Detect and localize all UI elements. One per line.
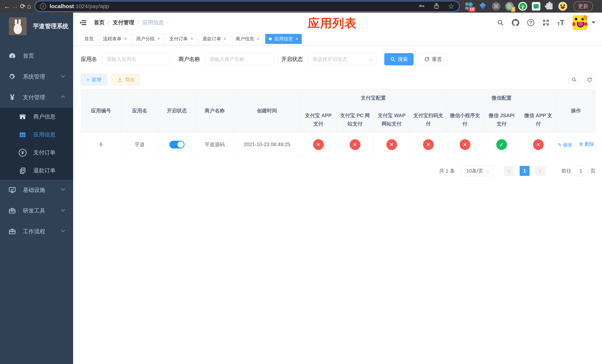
tab-user-group[interactable]: 用户分组× <box>133 34 163 44</box>
sidebar-item-merchant-info[interactable]: 商户信息 <box>0 108 73 126</box>
close-icon[interactable]: × <box>190 36 193 42</box>
active-dot <box>269 37 272 40</box>
sidebar-item-payment[interactable]: ¥ 支付管理 <box>0 87 73 108</box>
browser-update-button[interactable]: 更新 <box>573 1 593 11</box>
sidebar-item-label: 退款订单 <box>33 167 55 174</box>
breadcrumb-payment[interactable]: 支付管理 <box>113 19 134 26</box>
table-row: 6 芋道 芋道源码 2021-10-23 08:49:25 × × × × × … <box>81 133 595 157</box>
url-path: :1024/pay/app <box>74 3 109 9</box>
goto-page-input[interactable] <box>574 166 587 176</box>
sidebar-item-system[interactable]: 系统管理 <box>0 66 73 87</box>
profile-avatar[interactable] <box>558 2 567 11</box>
status-icon: × <box>533 139 544 150</box>
extension-camera-icon[interactable]: 1 <box>505 2 514 11</box>
edit-link[interactable]: ✎修改 <box>558 142 572 148</box>
prev-page-button[interactable]: ‹ <box>504 166 515 176</box>
sidebar-item-infrastructure[interactable]: 基础设施 <box>0 180 73 200</box>
filter-form: 应用名 商户名称 开启状态 请选择开启状态 <box>81 53 595 65</box>
enabled-toggle[interactable] <box>169 141 184 149</box>
reset-button[interactable]: 重置 <box>418 53 448 65</box>
tags-view-bar: 首页 流程表单× 用户分组× 支付订单× 退款订单× 商户信息× 应用信息× <box>73 32 602 45</box>
extension-badge-one: 1 <box>511 7 515 12</box>
col-created: 创建时间 <box>234 89 300 133</box>
fullscreen-icon[interactable] <box>542 19 550 26</box>
page-size-select[interactable]: 10条/页 <box>461 166 494 176</box>
close-icon[interactable]: × <box>295 36 298 42</box>
cell-app-name: 芋道 <box>121 133 159 157</box>
search-button[interactable]: 搜索 <box>384 53 414 65</box>
download-icon <box>117 77 123 82</box>
dashboard-icon <box>8 52 16 60</box>
close-icon[interactable]: × <box>224 36 226 42</box>
delete-link[interactable]: 删除 <box>579 141 594 147</box>
browser-home-button[interactable]: ⌂ <box>27 1 31 11</box>
address-bar[interactable]: i localhost:1024/pay/app ☆ <box>35 1 459 11</box>
search-icon[interactable] <box>496 19 504 26</box>
sidebar-item-workflow[interactable]: 工作流程 <box>0 221 73 242</box>
filter-merchant-label: 商户名称 <box>178 55 200 63</box>
tab-refund-orders[interactable]: 退款订单× <box>199 34 230 44</box>
app-name-input[interactable] <box>102 53 171 65</box>
sidebar-item-dev-tools[interactable]: 研发工具 <box>0 200 73 221</box>
chevron-down-icon <box>486 169 490 172</box>
site-info-icon[interactable]: i <box>40 3 46 10</box>
col-alipay-app: 支付宝 APP 支付 <box>300 107 337 133</box>
tab-home[interactable]: 首页 <box>81 34 97 44</box>
briefcase-icon <box>8 227 16 236</box>
extension-command-icon[interactable]: ⌘ <box>492 2 501 11</box>
help-icon[interactable]: ? <box>527 19 535 26</box>
tab-process-form[interactable]: 流程表单× <box>99 34 130 44</box>
close-icon[interactable]: × <box>257 36 259 42</box>
sidebar-item-label: 支付订单 <box>33 149 55 156</box>
sidebar-item-refund-orders[interactable]: 退款订单 <box>0 162 73 180</box>
export-button[interactable]: 导出 <box>111 74 140 85</box>
browser-toolbar: ← → ⟳ ⌂ i localhost:1024/pay/app ☆ 10 ⌘ … <box>0 0 602 13</box>
sidebar-item-pay-orders[interactable]: ¥ 支付订单 <box>0 144 73 162</box>
user-avatar-menu[interactable] <box>573 15 595 30</box>
extension-gem-icon[interactable] <box>478 2 487 11</box>
breadcrumb-home[interactable]: 首页 <box>94 19 105 26</box>
browser-menu-icon[interactable]: ⋮ <box>600 3 602 10</box>
github-icon[interactable] <box>512 19 519 26</box>
extension-chat-icon[interactable] <box>532 2 540 11</box>
extensions-puzzle-icon[interactable] <box>545 2 554 11</box>
close-icon[interactable]: × <box>124 36 127 42</box>
share-icon[interactable] <box>433 3 440 10</box>
merchant-name-input[interactable] <box>205 53 274 65</box>
sidebar-toggle-icon[interactable] <box>79 18 87 27</box>
browser-back-button[interactable]: ← <box>4 1 10 11</box>
status-icon: × <box>460 139 470 150</box>
bookmark-star-icon[interactable]: ☆ <box>448 3 454 10</box>
tab-merchant-info[interactable]: 商户信息× <box>232 34 263 44</box>
col-app-name: 应用名 <box>121 89 159 133</box>
sidebar-item-home[interactable]: 首页 <box>0 45 73 66</box>
extension-y-icon[interactable]: y <box>518 2 527 11</box>
refresh-table-button[interactable] <box>584 74 595 85</box>
tab-pay-orders[interactable]: 支付订单× <box>166 34 197 44</box>
password-key-icon[interactable] <box>418 3 425 10</box>
sidebar-item-label: 工作流程 <box>23 228 45 235</box>
filter-status-label: 开启状态 <box>281 55 303 63</box>
next-page-button[interactable]: › <box>535 166 546 176</box>
add-button[interactable]: + 新增 <box>81 74 107 85</box>
toggle-search-button[interactable] <box>568 74 580 85</box>
col-alipay-pc: 支付宝 PC 网站支付 <box>337 107 373 133</box>
toolbox-icon <box>8 207 16 215</box>
url-text: localhost:1024/pay/app <box>50 3 418 10</box>
status-icon: × <box>386 139 397 150</box>
chevron-down-icon <box>60 228 66 235</box>
chevron-down-icon <box>60 207 66 214</box>
filter-app-name-label: 应用名 <box>81 55 97 63</box>
browser-forward-button[interactable]: → <box>12 1 19 11</box>
tab-app-info[interactable]: 应用信息× <box>265 34 302 44</box>
sidebar-item-app-info[interactable]: 应用信息 <box>0 126 73 144</box>
extension-widget-icon[interactable]: 10 <box>465 2 474 11</box>
status-select[interactable]: 请选择开启状态 <box>308 53 376 65</box>
close-icon[interactable]: × <box>157 36 160 42</box>
app-logo-row[interactable]: 芋道管理系统 <box>0 13 73 40</box>
text-size-icon[interactable]: TT <box>557 19 564 26</box>
current-page-button[interactable]: 1 <box>520 166 530 176</box>
browser-reload-button[interactable]: ⟳ <box>20 1 26 11</box>
breadcrumb: 首页 / 支付管理 / 应用信息 <box>94 19 164 26</box>
status-icon: × <box>313 139 324 150</box>
